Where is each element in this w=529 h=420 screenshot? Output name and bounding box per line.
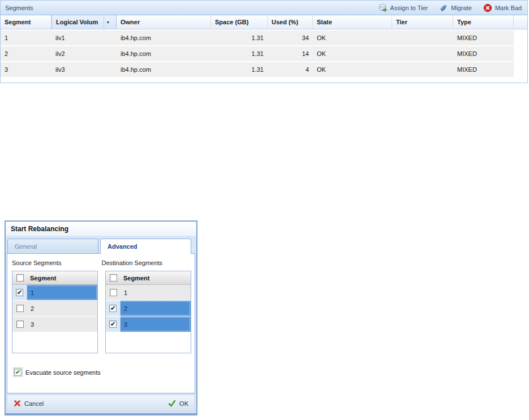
assign-to-tier-label: Assign to Tier [390,5,428,11]
cell-space: 1.31 [211,31,268,45]
destination-list-item-2[interactable]: ✔ 2 [106,301,191,316]
dialog-footer: Cancel OK [7,395,195,412]
destination-segments-label: Destination Segments [102,259,192,266]
cell-tier [392,62,453,77]
evacuate-source-segments-option[interactable]: ✔ Evacuate source segments [14,369,191,376]
column-menu-arrow-icon[interactable]: ▼ [104,15,112,29]
segments-panel-header: Segments Assign to Tier [1,1,527,15]
assign-to-tier-icon [379,3,388,12]
cell-logical-volume: ilv2 [51,46,117,61]
cell-state: OK [313,46,392,61]
column-header-segment[interactable]: Segment [1,15,51,29]
cell-type: MIXED [453,46,514,61]
migrate-button[interactable]: Migrate [438,3,473,13]
cell-owner: ib4.hp.com [117,62,211,77]
advanced-tab-content: Source Segments Destination Segments Seg… [7,254,195,393]
ok-button[interactable]: OK [168,400,188,407]
dialog-title: Start Rebalancing [11,225,68,233]
migrate-label: Migrate [451,5,472,11]
ok-check-icon [168,400,176,407]
cell-logical-volume: ilv3 [51,62,117,77]
cell-type: MIXED [453,31,514,45]
destination-list-item-3[interactable]: ✔ 3 [106,317,191,332]
dialog-body: General Advanced Source Segments Destina… [6,236,196,413]
evacuate-label: Evacuate source segments [25,369,101,376]
destination-item-1-checkbox[interactable] [110,289,117,296]
grid-body: 1 ilv1 ib4.hp.com 1.31 34 OK MIXED 2 ilv… [1,29,527,77]
column-header-space[interactable]: Space (GB) [211,15,268,29]
cell-used: 14 [268,46,313,61]
cell-used: 4 [268,62,313,77]
destination-segments-list: Segment 1 ✔ 2 ✔ 3 [105,271,191,353]
mark-bad-label: Mark Bad [495,5,522,11]
migrate-icon [439,3,448,12]
cell-space: 1.31 [211,62,268,77]
destination-list-item-1[interactable]: 1 [106,285,191,300]
source-segments-label: Source Segments [12,259,102,266]
source-list-item-3[interactable]: 3 [12,317,97,332]
start-rebalancing-dialog: Start Rebalancing General Advanced Sourc… [5,220,197,415]
dialog-titlebar[interactable]: Start Rebalancing [6,222,196,236]
table-row-segment-3[interactable]: 3 ilv3 ib4.hp.com 1.31 4 OK MIXED [1,62,514,77]
cell-used: 34 [268,31,313,45]
column-header-used[interactable]: Used (%) [268,15,313,29]
mark-bad-button[interactable]: Mark Bad [482,3,523,13]
cancel-button[interactable]: Cancel [14,400,44,407]
source-list-item-1[interactable]: ✔ 1 [12,285,97,300]
source-item-2-checkbox[interactable] [16,305,24,312]
column-header-owner[interactable]: Owner [117,15,211,29]
column-header-state[interactable]: State [313,15,392,29]
cell-segment: 1 [1,31,51,45]
assign-to-tier-button[interactable]: Assign to Tier [377,3,429,13]
cancel-x-icon [14,400,21,407]
table-row-segment-1[interactable]: 1 ilv1 ib4.hp.com 1.31 34 OK MIXED [1,31,514,45]
destination-item-2-checkbox[interactable]: ✔ [109,305,117,312]
panel-title: Segments [5,5,33,11]
source-list-header: Segment [12,271,97,285]
dialog-tabstrip: General Advanced [7,237,195,254]
cell-segment: 2 [1,46,51,61]
column-header-logical-volume[interactable]: Logical Volum ▼ [51,15,117,29]
segments-panel: Segments Assign to Tier [0,0,528,83]
cell-owner: ib4.hp.com [117,46,211,61]
column-header-type[interactable]: Type [453,15,514,29]
source-select-all-checkbox[interactable] [16,274,24,282]
cell-space: 1.31 [211,46,268,61]
tab-general[interactable]: General [7,239,98,253]
destination-column-header: Segment [123,275,149,282]
table-row-segment-2[interactable]: 2 ilv2 ib4.hp.com 1.31 14 OK MIXED [1,46,514,61]
destination-select-all-checkbox[interactable] [110,274,117,282]
cell-logical-volume: ilv1 [51,31,117,45]
cell-segment: 3 [1,62,51,77]
segments-toolbar: Assign to Tier [377,3,523,13]
evacuate-checkbox[interactable]: ✔ [14,369,21,376]
cell-state: OK [313,62,392,77]
cell-state: OK [313,31,392,45]
cell-owner: ib4.hp.com [117,31,211,45]
cell-type: MIXED [453,62,514,77]
page: Segments Assign to Tier [0,0,529,420]
cell-tier [392,31,453,45]
source-column-header: Segment [30,275,56,282]
destination-item-3-checkbox[interactable]: ✔ [109,321,117,328]
column-header-tier[interactable]: Tier [392,15,453,29]
cell-tier [392,46,453,61]
source-item-1-checkbox[interactable]: ✔ [16,289,23,296]
grid-header: Segment Logical Volum ▼ Owner Space (GB)… [1,15,527,29]
destination-list-header: Segment [106,271,191,285]
source-list-item-2[interactable]: 2 [12,301,97,316]
source-segments-list: Segment ✔ 1 2 3 [12,271,98,353]
source-item-3-checkbox[interactable] [16,321,24,328]
mark-bad-icon [483,3,492,12]
tab-advanced[interactable]: Advanced [100,239,191,254]
